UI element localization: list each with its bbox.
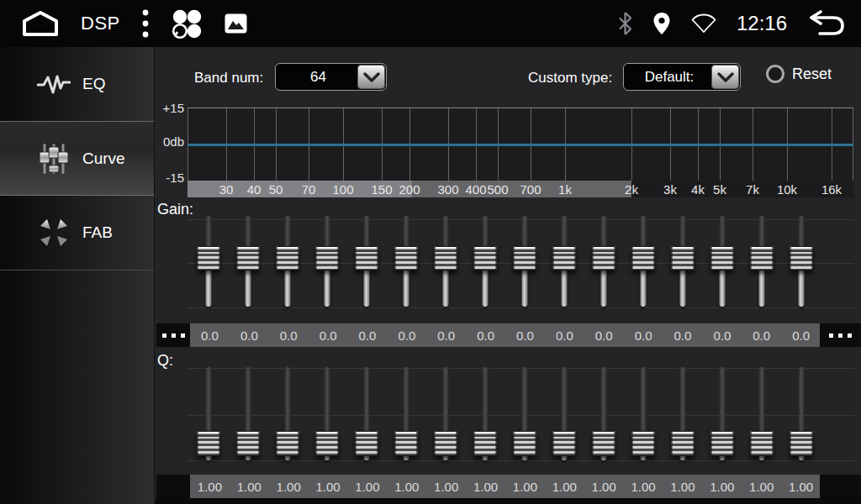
slider-track-lower bbox=[679, 265, 685, 307]
band-slider[interactable] bbox=[307, 216, 346, 307]
slider-thumb[interactable] bbox=[197, 246, 219, 270]
slider-thumb[interactable] bbox=[315, 431, 338, 456]
slider-thumb[interactable] bbox=[552, 246, 575, 270]
slider-thumb[interactable] bbox=[434, 246, 457, 270]
band-slider[interactable] bbox=[544, 216, 584, 307]
band-slider[interactable] bbox=[465, 367, 504, 460]
band-slider[interactable] bbox=[702, 367, 742, 460]
slider-thumb[interactable] bbox=[355, 431, 378, 456]
band-slider[interactable] bbox=[623, 367, 663, 460]
custom-type-select[interactable]: Default: bbox=[623, 63, 741, 91]
q-values: 1.001.001.001.001.001.001.001.001.001.00… bbox=[190, 475, 821, 498]
band-slider[interactable] bbox=[781, 367, 821, 460]
band-slider[interactable] bbox=[663, 216, 702, 307]
band-slider[interactable] bbox=[584, 216, 623, 307]
freq-tick-label: 3k bbox=[663, 182, 677, 197]
band-slider[interactable] bbox=[544, 367, 584, 460]
band-slider[interactable] bbox=[267, 367, 307, 460]
slider-thumb[interactable] bbox=[750, 246, 773, 270]
band-slider[interactable] bbox=[504, 216, 544, 307]
slider-track-lower bbox=[482, 265, 488, 307]
slider-thumb[interactable] bbox=[315, 246, 338, 270]
slider-thumb[interactable] bbox=[394, 246, 417, 270]
frequency-axis: 304050701001502003004005007001k2k3k4k5k7… bbox=[188, 181, 853, 197]
band-num-select[interactable]: 64 bbox=[275, 63, 387, 91]
q-value: 1.00 bbox=[742, 475, 781, 498]
band-slider[interactable] bbox=[307, 367, 346, 460]
q-value: 1.00 bbox=[190, 475, 230, 498]
band-slider[interactable] bbox=[425, 367, 465, 460]
sidebar-item-eq[interactable]: EQ bbox=[0, 47, 154, 122]
band-slider[interactable] bbox=[228, 367, 267, 460]
gallery-button[interactable] bbox=[224, 13, 247, 34]
reset-button[interactable]: Reset bbox=[766, 65, 832, 83]
slider-thumb[interactable] bbox=[671, 431, 694, 456]
sidebar-item-curve[interactable]: Curve bbox=[0, 121, 154, 196]
band-slider[interactable] bbox=[584, 367, 623, 460]
back-button[interactable] bbox=[807, 9, 846, 38]
band-slider[interactable] bbox=[346, 216, 386, 307]
home-button[interactable] bbox=[22, 10, 59, 37]
band-slider[interactable] bbox=[465, 216, 504, 307]
slider-thumb[interactable] bbox=[236, 246, 259, 270]
y-tick-label: -15 bbox=[156, 171, 184, 185]
band-slider[interactable] bbox=[742, 367, 781, 460]
slider-thumb[interactable] bbox=[473, 431, 496, 456]
slider-thumb[interactable] bbox=[552, 431, 575, 456]
slider-thumb[interactable] bbox=[434, 431, 457, 456]
slider-track-lower bbox=[798, 265, 804, 307]
chevron-down-icon[interactable] bbox=[357, 65, 385, 89]
slider-track-upper bbox=[719, 367, 725, 436]
slider-thumb[interactable] bbox=[671, 246, 694, 270]
band-slider[interactable] bbox=[425, 216, 465, 307]
slider-thumb[interactable] bbox=[790, 431, 812, 456]
freq-tick-label: 2k bbox=[625, 182, 638, 197]
band-slider[interactable] bbox=[781, 216, 821, 307]
slider-thumb[interactable] bbox=[710, 246, 733, 270]
slider-thumb[interactable] bbox=[197, 431, 219, 456]
slider-thumb[interactable] bbox=[513, 431, 536, 456]
grid-line bbox=[188, 307, 854, 308]
band-num-label: Band num: bbox=[194, 70, 263, 87]
slider-thumb[interactable] bbox=[750, 431, 773, 456]
slider-thumb[interactable] bbox=[236, 431, 259, 456]
band-slider[interactable] bbox=[267, 216, 307, 307]
band-slider[interactable] bbox=[188, 367, 228, 460]
freq-tick-label: 200 bbox=[399, 182, 420, 197]
band-slider[interactable] bbox=[386, 216, 425, 307]
q-value: 1.00 bbox=[387, 475, 426, 498]
slider-track-upper bbox=[482, 367, 488, 436]
band-slider[interactable] bbox=[742, 216, 781, 307]
band-slider[interactable] bbox=[188, 216, 228, 307]
band-slider[interactable] bbox=[386, 367, 425, 460]
band-slider[interactable] bbox=[702, 216, 742, 307]
band-slider[interactable] bbox=[663, 367, 702, 460]
q-value-row: 1.001.001.001.001.001.001.001.001.001.00… bbox=[156, 475, 861, 498]
slider-thumb[interactable] bbox=[394, 431, 417, 456]
slider-thumb[interactable] bbox=[592, 246, 615, 270]
band-slider[interactable] bbox=[346, 367, 386, 460]
slider-thumb[interactable] bbox=[355, 246, 378, 270]
chevron-down-icon[interactable] bbox=[711, 65, 739, 89]
band-slider[interactable] bbox=[504, 367, 544, 460]
sidebar-item-fab[interactable]: FAB bbox=[0, 196, 154, 270]
apps-button[interactable] bbox=[171, 8, 203, 39]
band-slider[interactable] bbox=[623, 216, 663, 307]
slider-thumb[interactable] bbox=[276, 431, 298, 456]
slider-track-lower bbox=[521, 265, 527, 307]
overflow-menu-button[interactable] bbox=[142, 9, 149, 38]
slider-thumb[interactable] bbox=[631, 246, 654, 270]
reset-radio-icon[interactable] bbox=[766, 65, 784, 83]
eq-curve-line bbox=[188, 144, 853, 146]
gain-scroll-right-button[interactable] bbox=[820, 323, 861, 347]
slider-thumb[interactable] bbox=[631, 431, 654, 456]
slider-thumb[interactable] bbox=[276, 246, 298, 270]
custom-type-label: Custom type: bbox=[528, 70, 612, 87]
gain-scroll-left-button[interactable] bbox=[156, 323, 190, 347]
band-slider[interactable] bbox=[228, 216, 267, 307]
slider-thumb[interactable] bbox=[473, 246, 496, 270]
slider-thumb[interactable] bbox=[790, 246, 812, 270]
slider-thumb[interactable] bbox=[710, 431, 733, 456]
slider-thumb[interactable] bbox=[513, 246, 536, 270]
slider-thumb[interactable] bbox=[592, 431, 615, 456]
